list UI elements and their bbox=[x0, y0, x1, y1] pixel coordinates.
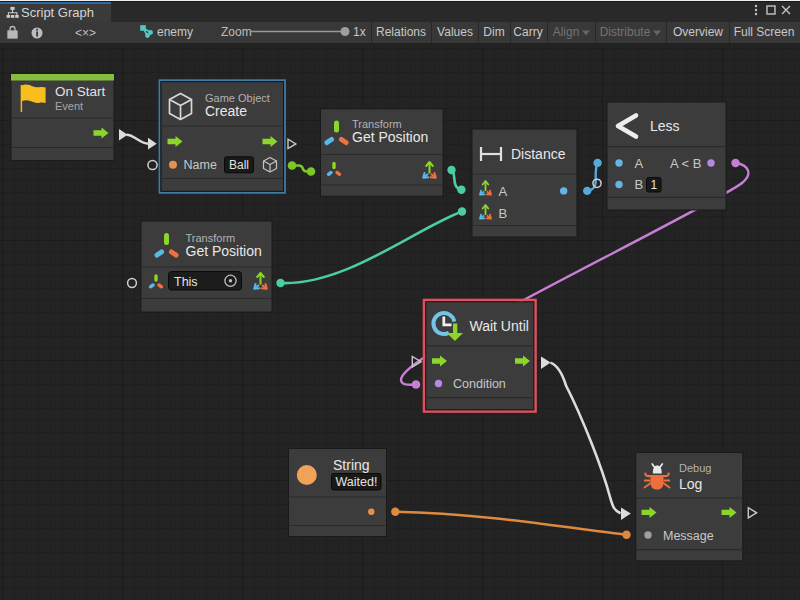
svg-text:Get Position: Get Position bbox=[352, 129, 428, 145]
svg-text:Wait Until: Wait Until bbox=[470, 318, 529, 334]
svg-text:1: 1 bbox=[651, 178, 658, 192]
svg-text:Waited!: Waited! bbox=[336, 475, 378, 489]
svg-text:Game Object: Game Object bbox=[205, 92, 270, 104]
svg-text:A: A bbox=[635, 156, 644, 171]
svg-text:This: This bbox=[174, 275, 198, 289]
svg-text:A < B: A < B bbox=[670, 156, 701, 171]
svg-text:Transform: Transform bbox=[186, 232, 236, 244]
svg-text:On Start: On Start bbox=[55, 84, 106, 99]
svg-text:<×>: <×> bbox=[75, 26, 96, 40]
svg-text:Name: Name bbox=[184, 158, 217, 172]
svg-text:Debug: Debug bbox=[679, 462, 711, 474]
svg-text:Condition: Condition bbox=[453, 377, 506, 391]
svg-text:B: B bbox=[635, 177, 644, 192]
svg-text:Ball: Ball bbox=[229, 158, 249, 172]
svg-text:Event: Event bbox=[55, 100, 83, 112]
svg-text:A: A bbox=[499, 184, 508, 199]
svg-text:String: String bbox=[333, 457, 370, 473]
svg-text:Less: Less bbox=[650, 118, 680, 134]
svg-text:Distance: Distance bbox=[511, 146, 566, 162]
svg-text:Get Position: Get Position bbox=[186, 243, 262, 259]
svg-text:Log: Log bbox=[679, 476, 702, 492]
svg-text:B: B bbox=[499, 206, 508, 221]
svg-text:Create: Create bbox=[205, 103, 247, 119]
svg-text:Message: Message bbox=[663, 529, 714, 543]
